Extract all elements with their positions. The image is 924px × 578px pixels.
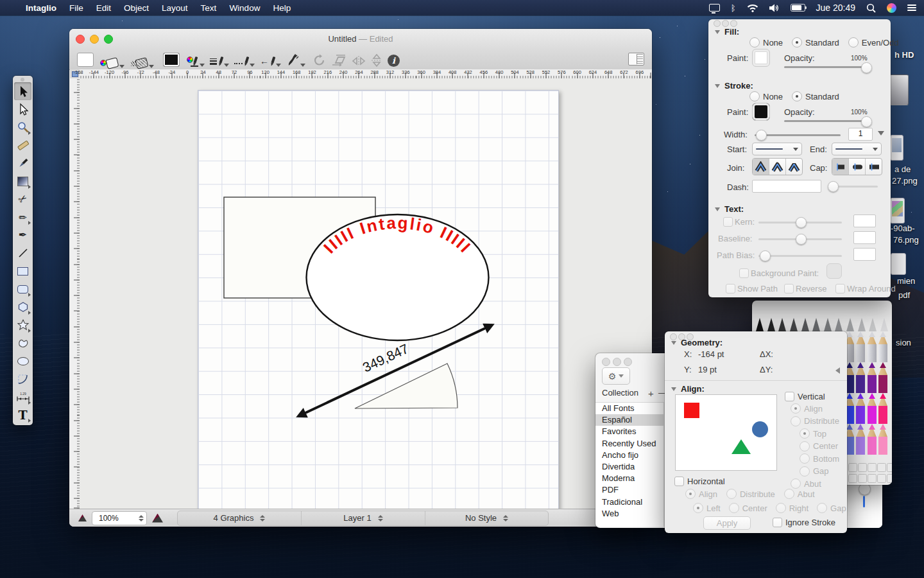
tool-rectangle[interactable]: [14, 262, 31, 280]
zoom-in-icon[interactable]: [152, 514, 163, 523]
tool-arc[interactable]: [14, 370, 31, 388]
screenshot1-label-line1[interactable]: a de: [894, 164, 911, 174]
disclosure-triangle[interactable]: [715, 207, 720, 211]
menu-item-file[interactable]: File: [63, 3, 90, 13]
baseline-knob[interactable]: [796, 234, 807, 245]
stroke-paint-button[interactable]: [130, 50, 154, 68]
wrap-around-checkbox[interactable]: [835, 284, 845, 293]
graphics-count-dropdown[interactable]: 4 Graphics: [178, 511, 302, 525]
menu-item-window[interactable]: Window: [223, 3, 266, 13]
zoom-stepper-arrows[interactable]: [139, 515, 144, 521]
grayscale-pencil-tips[interactable]: [756, 318, 888, 331]
stroke-width-knob[interactable]: [756, 130, 767, 141]
arrowheads-button[interactable]: ←: [260, 51, 281, 67]
swatch-cell[interactable]: [858, 474, 867, 483]
title-bar[interactable]: Untitled — Edited: [69, 29, 652, 49]
siri-icon[interactable]: [887, 3, 896, 13]
palette-title-bar[interactable]: [13, 76, 33, 82]
font-collection-espa-ol[interactable]: Español: [595, 414, 663, 426]
tool-star[interactable]: [14, 316, 31, 334]
pdf-label-line1[interactable]: mien: [897, 276, 915, 286]
swatch-cell[interactable]: [868, 474, 877, 483]
pdf-file-icon[interactable]: [891, 253, 906, 275]
canvas-area[interactable]: IIIII Intaglio IIIII 349,847: [80, 78, 652, 509]
fill-color-swatch[interactable]: [77, 53, 94, 67]
vertical-checkbox[interactable]: Vertical: [785, 392, 825, 401]
tool-gradient[interactable]: [14, 172, 31, 190]
tool-scissors[interactable]: ✂: [14, 190, 31, 208]
collapse-arrow-icon[interactable]: [835, 367, 840, 374]
radio-right[interactable]: Right: [776, 503, 809, 513]
radio-left[interactable]: Left: [693, 503, 721, 513]
battery-icon[interactable]: [791, 4, 805, 12]
reverse-checkbox[interactable]: [784, 284, 794, 293]
kern-checkbox[interactable]: [723, 217, 733, 227]
tool-pen[interactable]: ✒: [14, 226, 31, 244]
radio-evenodd[interactable]: Even/Odd: [848, 37, 899, 48]
menu-item-help[interactable]: Help: [266, 3, 297, 13]
path-bias-knob[interactable]: [760, 250, 771, 261]
radio-align[interactable]: Align: [685, 489, 717, 499]
radio-distribute[interactable]: Distribute: [791, 416, 839, 426]
fonts-action-button[interactable]: ⚙: [602, 367, 630, 385]
tool-zoom[interactable]: [14, 118, 31, 136]
spotlight-icon[interactable]: [866, 3, 876, 13]
radio-abut[interactable]: Abut: [784, 489, 815, 499]
radio-gap[interactable]: Gap: [817, 503, 846, 513]
skew-button[interactable]: [331, 51, 346, 67]
menu-item-object[interactable]: Object: [117, 3, 155, 13]
fill-paint-button[interactable]: [99, 50, 124, 68]
radio-distribute[interactable]: Distribute: [726, 489, 775, 499]
screenshot2-label-line2[interactable]: 76.png: [893, 235, 919, 245]
radio-none[interactable]: None: [749, 91, 783, 101]
menu-item-intaglio[interactable]: Intaglio: [19, 3, 63, 13]
radio-standard[interactable]: Standard: [792, 91, 839, 101]
stroke-paint-swatch[interactable]: [752, 103, 770, 121]
background-paint-swatch[interactable]: [826, 263, 842, 279]
style-dropdown[interactable]: No Style: [425, 511, 548, 525]
macintosh-hd-label[interactable]: h HD: [894, 50, 914, 60]
disclosure-triangle[interactable]: [671, 387, 676, 391]
font-collection-ancho-fijo[interactable]: Ancho fijo: [595, 450, 663, 461]
menu-item-text[interactable]: Text: [194, 3, 223, 13]
swatch-cell[interactable]: [858, 463, 867, 472]
apply-button[interactable]: Apply: [703, 516, 751, 530]
path-bias-slider[interactable]: [758, 255, 842, 257]
radio-align[interactable]: Align: [791, 403, 823, 414]
start-arrowhead-dropdown[interactable]: [752, 143, 802, 155]
external-drive-icon[interactable]: [889, 74, 909, 105]
layer-dropdown[interactable]: Layer 1: [302, 511, 425, 525]
dimension-measurement-text[interactable]: 349,847: [361, 341, 411, 375]
sidebar-toggle-button[interactable]: [628, 53, 644, 66]
stroke-opacity-knob[interactable]: [861, 116, 872, 127]
dash-knob[interactable]: [828, 181, 839, 192]
radio-gap[interactable]: Gap: [800, 466, 829, 477]
font-collection-recently-used[interactable]: Recently Used: [595, 438, 663, 450]
radio-none[interactable]: None: [749, 37, 783, 48]
disclosure-triangle[interactable]: [671, 341, 676, 345]
extra-icon-label[interactable]: sion: [896, 338, 911, 347]
info-button[interactable]: i: [388, 51, 400, 67]
tool-freeform[interactable]: [14, 334, 31, 352]
display-icon[interactable]: [709, 4, 720, 12]
menu-clock[interactable]: Jue 20:49: [816, 3, 856, 13]
join-round-button[interactable]: [769, 159, 786, 175]
stroke-color-well[interactable]: [163, 51, 180, 67]
zoom-level-stepper[interactable]: 100%: [92, 511, 147, 525]
tool-rounded-rectangle[interactable]: [14, 280, 31, 298]
pen-paint-button[interactable]: [185, 51, 205, 67]
add-collection-button[interactable]: +: [648, 388, 654, 399]
cap-butt-button[interactable]: [832, 159, 849, 175]
bluetooth-icon[interactable]: ᛒ: [731, 3, 736, 13]
swatch-cell[interactable]: [877, 474, 886, 483]
radio-bottom[interactable]: Bottom: [800, 453, 839, 464]
font-collection-web[interactable]: Web: [595, 508, 663, 520]
stroke-color-swatch[interactable]: [163, 53, 180, 67]
swatch-cell[interactable]: [887, 474, 892, 483]
dash-style-button[interactable]: [234, 51, 255, 67]
screenshot-file-icon-2[interactable]: [890, 198, 905, 223]
cap-round-button[interactable]: [849, 159, 866, 175]
swatch-cell[interactable]: [848, 463, 857, 472]
notification-center-icon[interactable]: [907, 3, 916, 13]
pdf-label-line2[interactable]: pdf: [898, 290, 910, 300]
